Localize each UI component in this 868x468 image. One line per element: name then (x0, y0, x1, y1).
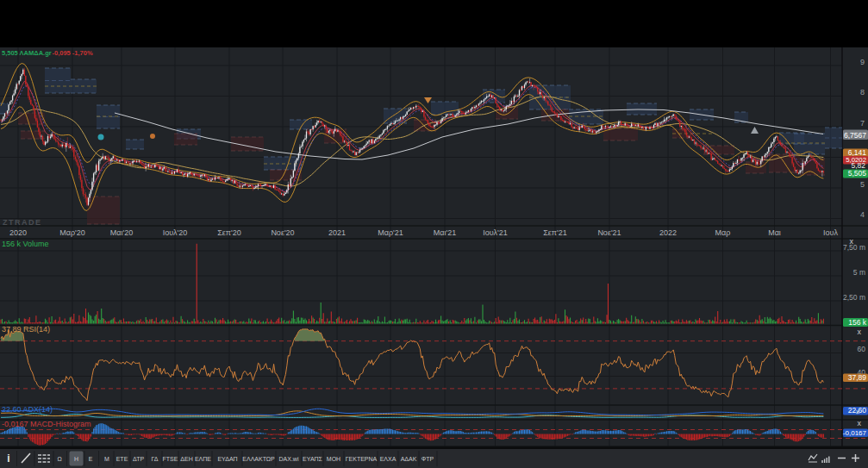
svg-text:ΑΔΑΚ: ΑΔΑΚ (401, 456, 417, 462)
svg-text:ΔΤΡ: ΔΤΡ (133, 456, 145, 462)
svg-text:x: x (858, 419, 862, 427)
svg-text:FTSE: FTSE (163, 456, 178, 462)
svg-text:Ιουλ: Ιουλ (823, 228, 838, 237)
svg-text:6,7567: 6,7567 (844, 131, 866, 140)
svg-text:Ε: Ε (89, 456, 93, 462)
svg-text:8: 8 (860, 88, 865, 97)
svg-text:-0,0167: -0,0167 (843, 429, 867, 437)
svg-text:ΓΕΚΤΕΡΝΑ: ΓΕΚΤΕΡΝΑ (346, 456, 378, 462)
svg-text:ΕΛΛΑΚΤΩΡ: ΕΛΛΑΚΤΩΡ (242, 456, 275, 462)
svg-text:Μαι: Μαι (768, 228, 781, 237)
svg-text:ΦΤΡ: ΦΤΡ (422, 456, 434, 462)
svg-text:2,50 m: 2,50 m (843, 293, 865, 302)
svg-text:Μαρ'21: Μαρ'21 (378, 228, 403, 237)
svg-text:Σεπ'21: Σεπ'21 (543, 228, 567, 237)
svg-text:5 m: 5 m (853, 268, 865, 277)
svg-text:156 k: 156 k (848, 318, 867, 327)
svg-text:5,505: 5,505 (848, 169, 867, 178)
svg-text:ΕΛΧΑ: ΕΛΧΑ (380, 456, 397, 462)
svg-text:i: i (7, 452, 9, 465)
svg-text:Μαι'21: Μαι'21 (434, 228, 456, 237)
svg-text:ZTRADE: ZTRADE (3, 218, 42, 227)
svg-text:ΓΔ: ΓΔ (152, 456, 159, 462)
svg-text:2021: 2021 (328, 228, 346, 237)
svg-text:Μαι'20: Μαι'20 (110, 228, 133, 237)
svg-text:37,89: 37,89 (848, 373, 867, 382)
svg-text:Μαρ: Μαρ (715, 228, 731, 237)
svg-text:2022: 2022 (659, 228, 677, 237)
svg-text:-0,0167 MACD-Histogram: -0,0167 MACD-Histogram (2, 420, 91, 428)
svg-text:37,89 RSI(14): 37,89 RSI(14) (2, 325, 50, 334)
svg-text:ΕΥΑΠΣ: ΕΥΑΠΣ (303, 456, 323, 462)
svg-text:22,60 ADX(14): 22,60 ADX(14) (2, 405, 53, 414)
svg-text:Μ: Μ (104, 456, 109, 462)
svg-text:x: x (850, 237, 854, 246)
svg-text:ΕΥΔΑΠ: ΕΥΔΑΠ (217, 456, 237, 462)
svg-text:156 k Volume: 156 k Volume (2, 240, 49, 248)
svg-text:x: x (858, 328, 862, 336)
svg-text:Ιουλ'21: Ιουλ'21 (483, 228, 508, 237)
svg-text:Ω: Ω (57, 456, 61, 462)
svg-text:2020: 2020 (9, 228, 27, 237)
svg-text:ΜΟΗ: ΜΟΗ (327, 456, 340, 462)
svg-text:-0,095 -1,70%: -0,095 -1,70% (53, 49, 93, 57)
svg-text:Ιουλ'20: Ιουλ'20 (163, 228, 188, 237)
svg-text:7: 7 (860, 119, 865, 128)
svg-text:Μαρ'20: Μαρ'20 (59, 228, 85, 237)
svg-text:x: x (856, 408, 859, 415)
svg-text:7,50 m: 7,50 m (843, 243, 865, 252)
svg-text:Η: Η (74, 456, 78, 462)
svg-text:Σεπ'20: Σεπ'20 (217, 228, 241, 237)
svg-text:9: 9 (860, 58, 865, 66)
svg-text:ΕΛΠΕ: ΕΛΠΕ (195, 456, 211, 462)
svg-text:ΔΕΗ: ΔΕΗ (180, 456, 192, 462)
svg-text:4: 4 (860, 210, 865, 219)
svg-text:5: 5 (860, 180, 865, 189)
svg-text:DAX.wi: DAX.wi (279, 456, 299, 462)
svg-text:Νοε'21: Νοε'21 (597, 228, 621, 237)
svg-text:60: 60 (858, 345, 866, 353)
svg-text:ΕΤΕ: ΕΤΕ (116, 456, 128, 462)
svg-text:5,82: 5,82 (851, 161, 865, 170)
svg-text:5,505 ΛΑΜΔΑ.gr: 5,505 ΛΑΜΔΑ.gr (2, 49, 52, 57)
svg-text:Νοε'20: Νοε'20 (271, 228, 294, 237)
